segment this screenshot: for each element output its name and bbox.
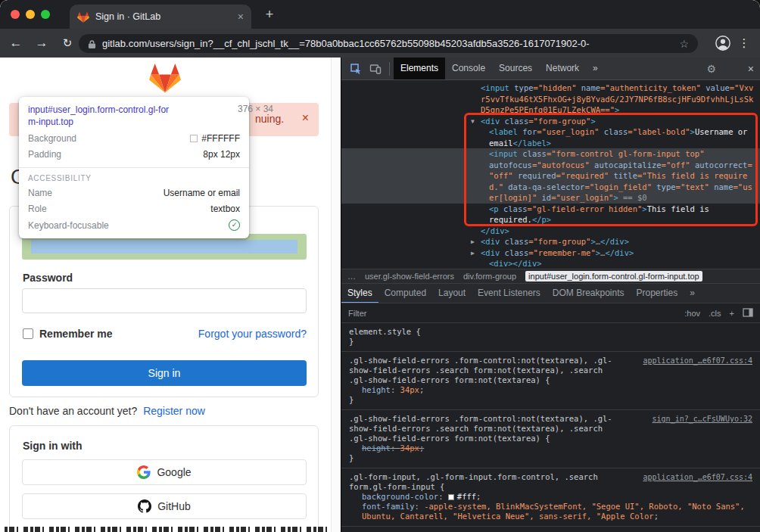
clipped-text-strip	[5, 527, 327, 532]
breadcrumb-item[interactable]: input#user_login.form-control.gl-form-in…	[525, 271, 702, 282]
dom-tree-line[interactable]: ▼<div class="form-group">	[341, 116, 760, 127]
devtools-tab-network[interactable]: Network	[539, 58, 586, 79]
styles-tab-properties[interactable]: Properties	[631, 284, 684, 303]
dom-tree-line[interactable]: required.</p>	[341, 214, 760, 226]
dom-tree-line[interactable]: "off" required="required" title="This fi…	[341, 170, 760, 182]
new-tab-button[interactable]: +	[260, 5, 279, 23]
devtools-tab-strip: ElementsConsoleSourcesNetwork»	[394, 58, 605, 79]
sign-in-with-title: Sign in with	[23, 440, 83, 452]
tooltip-selector-line2: m-input.top	[28, 116, 240, 128]
close-window-button[interactable]	[11, 10, 20, 19]
back-icon[interactable]: ←	[5, 29, 27, 58]
page-scrollbar[interactable]	[331, 58, 341, 532]
dom-tree-line[interactable]: <input class="form-control gl-form-input…	[341, 148, 760, 160]
dom-tree-line[interactable]: <input type="hidden" name="authenticity_…	[341, 82, 760, 94]
tooltip-row-keyboard-focusable: Keyboard-focusable✓	[28, 219, 240, 231]
bookmark-star-icon[interactable]: ☆	[679, 38, 689, 50]
styles-tab-styles[interactable]: Styles	[341, 284, 378, 303]
browser-toolbar: ← → ↻ gitlab.com/users/sign_in?__cf_chl_…	[0, 29, 760, 58]
dom-tree-line[interactable]: </div>	[341, 226, 760, 237]
google-icon	[137, 465, 151, 479]
dom-tree-line[interactable]: ▶<div class="remember-me">…</div>	[341, 247, 760, 259]
browser-tab[interactable]: Sign in · GitLab ×	[70, 5, 251, 29]
devtools-tab-elements[interactable]: Elements	[394, 58, 445, 79]
register-now-link[interactable]: Register now	[143, 405, 205, 417]
new-style-rule-button[interactable]: +	[730, 309, 734, 318]
reload-icon[interactable]: ↻	[56, 29, 79, 58]
toggle-sidebar-icon[interactable]	[743, 308, 753, 319]
styles-tab-strip: StylesComputedLayoutEvent ListenersDOM B…	[341, 283, 760, 303]
color-swatch	[190, 135, 198, 142]
sign-in-button[interactable]: Sign in	[22, 360, 307, 386]
css-selector: .gl-show-field-errors form:not(textarea)…	[349, 375, 752, 385]
css-property-height[interactable]: height: 34px;	[349, 385, 752, 395]
styles-tab-computed[interactable]: Computed	[378, 284, 432, 303]
breadcrumb-item[interactable]: …	[347, 272, 356, 281]
twisty-icon[interactable]: ▼	[471, 117, 475, 128]
stylesheet-link[interactable]: application_…e6f07.css:4	[643, 356, 753, 366]
tab-close-icon[interactable]: ×	[238, 11, 244, 23]
twisty-icon[interactable]: ▶	[471, 237, 475, 248]
dom-tree-line[interactable]: email</label>	[341, 138, 760, 149]
css-rule-height-rule: application_…e6f07.css:4.gl-show-field-e…	[341, 352, 760, 410]
alert-close-icon[interactable]: ×	[302, 111, 309, 125]
inspect-element-icon[interactable]	[346, 58, 366, 80]
styles-tab-more-style-tabs[interactable]: »	[684, 284, 701, 303]
dom-tree-line[interactable]: r5vvTfku46tX5FhxOG+j8yBYvadG/2JY7NP6fB8s…	[341, 94, 760, 105]
css-selector: element.style {	[349, 327, 752, 337]
dom-tree-line[interactable]: D5gnzPe5PEnfq01Eu7LZekCWA==">	[341, 104, 760, 116]
breadcrumb-item[interactable]: div.form-group	[463, 272, 516, 281]
styles-tab-layout[interactable]: Layout	[432, 284, 472, 303]
tooltip-selector-head: input#user_login.form-control.gl-for 376…	[28, 104, 240, 116]
dom-tree-line[interactable]: <label for="user_login" class="label-bol…	[341, 126, 760, 138]
stylesheet-link[interactable]: sign_in?_c…cFsUWUyo:32	[653, 414, 752, 424]
css-property-font-family[interactable]: font-family: -apple-system, BlinkMacSyst…	[349, 502, 752, 521]
minimize-window-button[interactable]	[26, 10, 35, 19]
breadcrumb-bar: …user.gl-show-field-errorsdiv.form-group…	[341, 269, 760, 283]
styles-tab-event-listeners[interactable]: Event Listeners	[472, 284, 547, 303]
stylesheet-link[interactable]: application_…e6f07.css:4	[643, 472, 753, 482]
devtools-close-icon[interactable]: ×	[748, 58, 754, 80]
devtools-tab-more-tabs[interactable]: »	[586, 58, 605, 79]
css-property-background-color[interactable]: background-color: #fff;	[349, 492, 752, 502]
remember-me-checkbox[interactable]	[23, 328, 33, 339]
styles-tab-dom-breakpoints[interactable]: DOM Breakpoints	[547, 284, 631, 303]
filter-input[interactable]: Filter	[348, 309, 366, 318]
browser-menu-icon[interactable]: ⋮	[736, 29, 752, 58]
tooltip-row-padding: Padding8px 12px	[28, 149, 240, 160]
inspect-content-highlight	[31, 240, 297, 254]
css-property-height[interactable]: height: 34px;	[349, 443, 752, 453]
password-label: Password	[23, 272, 73, 284]
css-selector: show-field-errors .search form:not(texta…	[349, 424, 752, 434]
breadcrumb-item[interactable]: user.gl-show-field-errors	[365, 272, 454, 281]
css-selector: .gl-show-field-errors form:not(textarea)…	[349, 434, 752, 443]
dom-tree-line[interactable]: ▶<div class="form-group">…</div>	[341, 236, 760, 247]
password-input[interactable]	[22, 288, 307, 313]
url-text[interactable]: gitlab.com/users/sign_in?__cf_chl_jschl_…	[102, 38, 673, 49]
toggle-class-button[interactable]: .cls	[709, 309, 721, 318]
toggle-hover-state-button[interactable]: :hov	[684, 309, 700, 318]
dom-tree-line[interactable]: <p class="gl-field-error hidden">This fi…	[341, 204, 760, 215]
device-toolbar-icon[interactable]	[366, 58, 385, 80]
devtools-tab-sources[interactable]: Sources	[492, 58, 539, 79]
profile-avatar-icon[interactable]	[715, 35, 731, 51]
twisty-icon[interactable]: ▶	[471, 248, 475, 260]
zoom-window-button[interactable]	[41, 10, 50, 19]
google-signin-button[interactable]: Google	[22, 459, 307, 485]
address-bar[interactable]: gitlab.com/users/sign_in?__cf_chl_jschl_…	[79, 34, 698, 53]
check-icon: ✓	[229, 219, 240, 231]
tooltip-accessibility-title: ACCESSIBILITY	[28, 174, 240, 182]
dom-tree-line[interactable]: er[login]" id="user_login"> == $0	[341, 192, 760, 204]
tooltip-dimensions: 376 × 34	[238, 104, 273, 114]
forward-icon[interactable]: →	[30, 29, 53, 58]
github-signin-button[interactable]: GitHub	[22, 493, 307, 519]
dom-tree-line[interactable]: <div></div>	[341, 258, 760, 269]
dom-tree-line[interactable]: d." data-qa-selector="login_field" type=…	[341, 182, 760, 193]
devtools-settings-icon[interactable]: ⚙	[706, 58, 716, 80]
dom-tree-line[interactable]: autofocus="autofocus" autocapitalize="of…	[341, 160, 760, 171]
forgot-password-link[interactable]: Forgot your password?	[198, 328, 307, 340]
filter-right-controls: :hov .cls +	[684, 308, 753, 319]
devtools-tab-console[interactable]: Console	[445, 58, 492, 79]
color-swatch[interactable]	[448, 494, 454, 500]
css-selector: form.gl-form-input {	[349, 482, 752, 492]
